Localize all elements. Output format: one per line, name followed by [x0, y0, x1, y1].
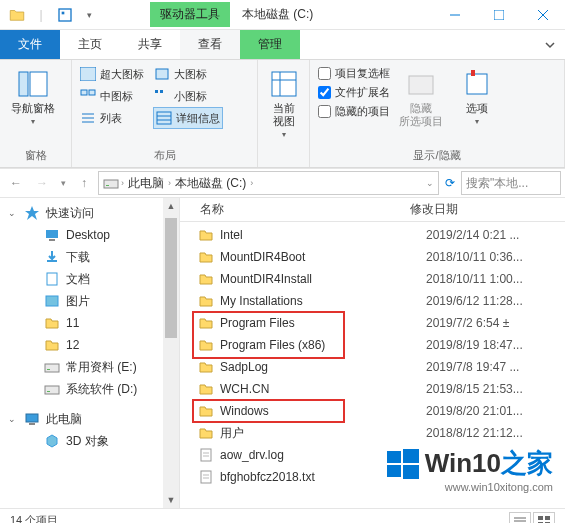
file-row[interactable]: MountDIR4Install2018/10/11 1:00... [180, 268, 565, 290]
ribbon-group-panes: 窗格 [8, 146, 63, 167]
qat-dropdown-icon[interactable]: ▾ [78, 4, 100, 26]
ribbon-group-layout: 布局 [80, 146, 249, 167]
current-view-button[interactable]: 当前 视图 ▾ [266, 64, 301, 139]
svg-rect-20 [272, 72, 296, 96]
forward-button[interactable]: → [30, 171, 54, 195]
svg-rect-32 [46, 296, 58, 306]
item-count: 14 个项目 [10, 513, 58, 523]
title-bar: | ▾ 驱动器工具 本地磁盘 (C:) [0, 0, 565, 30]
svg-rect-25 [471, 70, 475, 76]
svg-rect-27 [106, 185, 109, 186]
ribbon-collapse-button[interactable] [535, 30, 565, 59]
status-bar: 14 个项目 [0, 508, 565, 523]
breadcrumb[interactable]: › 此电脑 › 本地磁盘 (C:) › ⌄ [98, 171, 439, 195]
refresh-button[interactable]: ⟳ [445, 176, 455, 190]
tab-home[interactable]: 主页 [60, 30, 120, 59]
tab-file[interactable]: 文件 [0, 30, 60, 59]
qat-separator: | [30, 4, 52, 26]
hide-selected-button[interactable]: 隐藏 所选项目 [396, 64, 446, 128]
svg-rect-30 [49, 239, 55, 241]
sidebar-item[interactable]: 3D 对象 [0, 430, 179, 452]
svg-rect-54 [387, 465, 401, 477]
back-button[interactable]: ← [4, 171, 28, 195]
up-button[interactable]: ↑ [72, 171, 96, 195]
file-row[interactable]: SadpLog2019/7/8 19:47 ... [180, 356, 565, 378]
checkbox-hidden-items[interactable]: 隐藏的项目 [318, 104, 390, 119]
file-row[interactable]: Program Files (x86)2019/8/19 18:47... [180, 334, 565, 356]
sidebar-this-pc[interactable]: ⌄ 此电脑 [0, 408, 179, 430]
sidebar-item[interactable]: 11 [0, 312, 179, 334]
sidebar-item[interactable]: Desktop [0, 224, 179, 246]
chevron-down-icon[interactable]: ⌄ [8, 414, 16, 424]
svg-rect-8 [80, 67, 96, 81]
view-thumbnails-button[interactable] [533, 512, 555, 524]
layout-medium[interactable]: 中图标 [80, 86, 144, 106]
svg-rect-9 [156, 69, 168, 79]
layout-small[interactable]: 小图标 [154, 86, 222, 106]
sidebar-item[interactable]: 12 [0, 334, 179, 356]
windows-logo-icon [387, 448, 419, 480]
layout-gallery[interactable]: 超大图标 大图标 中图标 小图标 列表 详细信息 [80, 64, 222, 128]
maximize-button[interactable] [477, 0, 521, 30]
svg-rect-17 [157, 112, 171, 124]
svg-rect-29 [46, 230, 58, 238]
svg-rect-49 [545, 516, 550, 520]
options-button[interactable]: 选项 ▾ [452, 64, 502, 126]
file-row[interactable]: WCH.CN2019/8/15 21:53... [180, 378, 565, 400]
checkbox-file-extensions[interactable]: 文件扩展名 [318, 85, 390, 100]
svg-rect-24 [467, 74, 487, 94]
sidebar-quick-access[interactable]: ⌄ 快速访问 [0, 202, 179, 224]
layout-large[interactable]: 大图标 [154, 64, 222, 84]
svg-rect-7 [30, 72, 47, 96]
ribbon: 导航窗格 ▾ 窗格 超大图标 大图标 中图标 小图标 列表 详细信息 布局 当前… [0, 60, 565, 168]
sidebar-item[interactable]: 常用资料 (E:) [0, 356, 179, 378]
close-button[interactable] [521, 0, 565, 30]
ribbon-group-showhide: 显示/隐藏 [318, 146, 556, 167]
tab-share[interactable]: 共享 [120, 30, 180, 59]
svg-rect-10 [81, 90, 87, 95]
column-headers[interactable]: 名称 修改日期 [180, 198, 565, 222]
tab-manage[interactable]: 管理 [240, 30, 300, 59]
breadcrumb-pc[interactable]: 此电脑 [126, 175, 166, 192]
sidebar-item[interactable]: 文档 [0, 268, 179, 290]
svg-rect-26 [104, 180, 118, 188]
breadcrumb-dropdown[interactable]: ⌄ [426, 178, 434, 188]
svg-rect-52 [387, 451, 401, 463]
properties-icon[interactable] [54, 4, 76, 26]
sidebar-item[interactable]: 图片 [0, 290, 179, 312]
column-date[interactable]: 修改日期 [410, 201, 565, 218]
layout-extra-large[interactable]: 超大图标 [80, 64, 144, 84]
svg-rect-12 [155, 90, 158, 93]
layout-details[interactable]: 详细信息 [154, 108, 222, 128]
checkbox-item-checkboxes[interactable]: 项目复选框 [318, 66, 390, 81]
svg-rect-35 [45, 386, 59, 394]
drive-icon [103, 175, 119, 191]
svg-rect-6 [19, 72, 28, 96]
sidebar-item[interactable]: 下载 [0, 246, 179, 268]
search-input[interactable]: 搜索"本地... [461, 171, 561, 195]
sidebar-scrollbar[interactable]: ▲▼ [163, 198, 179, 508]
svg-rect-39 [201, 449, 211, 461]
svg-rect-33 [45, 364, 59, 372]
sidebar-item[interactable]: 系统软件 (D:) [0, 378, 179, 400]
chevron-down-icon[interactable]: ⌄ [8, 208, 16, 218]
file-row[interactable]: Windows2019/8/20 21:01... [180, 400, 565, 422]
minimize-button[interactable] [433, 0, 477, 30]
breadcrumb-drive[interactable]: 本地磁盘 (C:) [173, 175, 248, 192]
file-row[interactable]: Intel2019/2/14 0:21 ... [180, 224, 565, 246]
file-row[interactable]: MountDIR4Boot2018/10/11 0:36... [180, 246, 565, 268]
folder-icon [6, 4, 28, 26]
window-title: 本地磁盘 (C:) [230, 2, 325, 27]
tab-view[interactable]: 查看 [180, 30, 240, 59]
svg-rect-11 [89, 90, 95, 95]
watermark: Win10之家 www.win10xitong.com [387, 446, 553, 493]
column-name[interactable]: 名称 [180, 201, 410, 218]
view-details-button[interactable] [509, 512, 531, 524]
navigation-pane-button[interactable]: 导航窗格 ▾ [8, 64, 58, 126]
file-row[interactable]: Program Files2019/7/2 6:54 ± [180, 312, 565, 334]
file-row[interactable]: My Installations2019/6/12 11:28... [180, 290, 565, 312]
svg-marker-28 [25, 206, 39, 220]
recent-dropdown[interactable]: ▾ [56, 171, 70, 195]
file-row[interactable]: 用户2018/8/12 21:12... [180, 422, 565, 444]
layout-list[interactable]: 列表 [80, 108, 144, 128]
